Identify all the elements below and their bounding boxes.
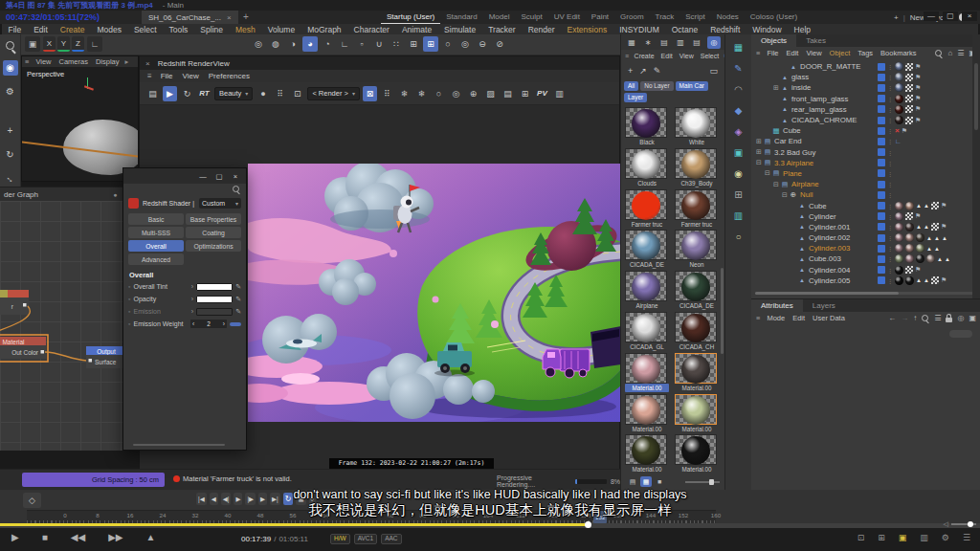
axis-z-button[interactable]: Z xyxy=(72,36,84,52)
menu-volume[interactable]: Volume xyxy=(261,25,301,34)
material-item[interactable]: Neon xyxy=(675,230,719,271)
slider-stub[interactable] xyxy=(230,322,241,326)
expand-toggle[interactable]: ⊞ xyxy=(772,84,780,92)
material-item[interactable]: Material.00 xyxy=(625,394,669,435)
slot-dropdown[interactable]: < Render >▾ xyxy=(307,87,360,100)
move-tool[interactable]: + xyxy=(3,123,18,139)
visibility-toggle[interactable] xyxy=(878,191,885,199)
checker-bg-icon[interactable]: ▨ xyxy=(483,86,498,101)
uvw-tag[interactable] xyxy=(905,95,913,102)
materials-menu-edit[interactable]: Edit xyxy=(657,53,676,59)
material-item[interactable]: Material.00 xyxy=(675,394,719,435)
texture-tag[interactable] xyxy=(905,233,914,242)
enable-dots[interactable]: ⋮ xyxy=(887,277,893,284)
maximize-icon[interactable]: ▢ xyxy=(212,171,226,182)
visibility-toggle[interactable] xyxy=(878,255,885,263)
color-node[interactable]: r xyxy=(0,290,29,315)
texture-tag[interactable] xyxy=(916,254,924,263)
layout-tab-groom[interactable]: Groom xyxy=(614,11,649,24)
selection-tag[interactable]: ▲ xyxy=(934,235,940,241)
minus-circle-icon[interactable]: ⊖ xyxy=(475,36,490,52)
snapshot-film-icon[interactable]: ▤ xyxy=(145,86,160,101)
axis-x-button[interactable]: X xyxy=(43,36,56,52)
lock-icon[interactable]: ⊠ xyxy=(363,86,377,101)
u-dots-icon[interactable]: ∷ xyxy=(389,36,404,52)
pen-icon[interactable]: ✎ xyxy=(235,296,241,303)
lock-icon[interactable] xyxy=(946,318,952,322)
material-scrollbar[interactable] xyxy=(721,268,724,354)
texture-tag[interactable] xyxy=(895,83,903,92)
enable-dots[interactable]: ⋮ xyxy=(887,170,893,177)
texture-tag[interactable] xyxy=(895,73,903,81)
object-menu-file[interactable]: File xyxy=(763,49,782,57)
selection-tag[interactable]: ▲ xyxy=(945,256,950,262)
expand-toggle[interactable]: ⊟ xyxy=(755,159,763,166)
selection-tag[interactable]: ▲ xyxy=(924,277,929,283)
menu-create[interactable]: Create xyxy=(54,25,91,34)
viewport[interactable]: ≡ ViewCamerasDisplay▸ Perspective xyxy=(21,55,139,182)
texture-tag[interactable] xyxy=(895,202,903,210)
object-row-cylinder-001[interactable]: ▲Cylinder.001⋮▲▲⚑ xyxy=(751,222,980,232)
pen-icon[interactable]: ✎ xyxy=(235,308,241,316)
object-row-airplane[interactable]: ⊟▤Airplane⋮ xyxy=(751,179,980,189)
flag-tag[interactable]: ⚑ xyxy=(902,127,907,135)
menu-simulate[interactable]: Simulate xyxy=(438,25,482,34)
speaker-icon[interactable]: ◁ xyxy=(944,520,948,528)
capture-icon[interactable]: ⊡ xyxy=(858,533,865,542)
texture-tag[interactable] xyxy=(895,223,903,231)
loop-button[interactable]: ↻ xyxy=(283,493,294,505)
flag-tag[interactable]: ⚑ xyxy=(915,63,921,71)
viewport-menu-view[interactable]: View xyxy=(32,57,55,66)
player-titlebar[interactable]: 第4日 图 87 集 先前可预观看图册 3 例.mp4 - Main xyxy=(0,0,980,11)
visibility-toggle[interactable] xyxy=(878,159,885,166)
texture-tag[interactable] xyxy=(905,202,914,210)
uvw-tag[interactable] xyxy=(931,202,939,209)
renderview-menu-file[interactable]: File xyxy=(156,72,178,80)
enable-dots[interactable]: ⋮ xyxy=(887,203,893,209)
object-manager-vscrollbar[interactable] xyxy=(972,34,980,298)
shader-tab-base-properties[interactable]: Base Properties xyxy=(186,213,241,225)
enable-dots[interactable]: ⋮ xyxy=(887,224,893,231)
color-field[interactable] xyxy=(196,283,233,291)
stepper-dec[interactable]: ‹ xyxy=(192,320,194,327)
tool-settings-icon[interactable]: ⚙ xyxy=(3,84,18,99)
new-tab-button[interactable]: + xyxy=(243,11,249,24)
uvw-tag[interactable] xyxy=(905,266,913,274)
texture-tag[interactable] xyxy=(895,244,903,253)
region-icon[interactable]: ⊕ xyxy=(466,86,480,101)
selection-tag[interactable]: ▲ xyxy=(916,224,922,230)
video-progress-bar[interactable]: ◁ xyxy=(0,523,980,528)
menu-redshift[interactable]: Redshift xyxy=(704,25,746,34)
layout-tab-sculpt[interactable]: Sculpt xyxy=(516,11,548,24)
object-row-3-3-airplane[interactable]: ⊟▤3.3 Airplane⋮ xyxy=(751,158,980,168)
menu-modes[interactable]: Modes xyxy=(91,25,128,34)
visibility-toggle[interactable] xyxy=(878,138,885,145)
object-row-cylinder-002[interactable]: ▲Cylinder.002⋮▲▲▲ xyxy=(751,232,980,243)
material-item[interactable]: CICADA_CH xyxy=(675,312,719,353)
expand-toggle[interactable]: ⊟ xyxy=(781,191,789,199)
anim-dot-icon[interactable]: ◦ xyxy=(128,320,130,327)
texture-tag[interactable] xyxy=(895,233,903,242)
enable-dots[interactable]: ⋮ xyxy=(887,96,893,102)
anim-dot-icon[interactable]: ◦ xyxy=(128,296,130,302)
maximize-icon[interactable]: ▢ xyxy=(943,11,958,21)
visibility-toggle[interactable] xyxy=(878,84,885,92)
new-material-button[interactable]: + xyxy=(628,66,633,76)
uvw-tag[interactable] xyxy=(905,74,913,81)
texture-tag[interactable] xyxy=(905,276,914,285)
filter-icon[interactable]: ● xyxy=(113,191,117,198)
enable-dots[interactable]: ⋮ xyxy=(887,149,893,156)
object-row-door-r-matte[interactable]: ▲DOOR_R_MATTE⋮⚑ xyxy=(751,61,980,72)
playlist-icon[interactable]: ☰ xyxy=(963,533,970,542)
preset-dropdown[interactable]: Custom ▾ xyxy=(199,198,241,209)
film1-icon[interactable]: ▤ xyxy=(657,36,671,49)
coord-system-icon[interactable]: ∟ xyxy=(87,36,102,52)
document-tab[interactable]: SH_06_CarChase_... × xyxy=(142,11,238,24)
start-ipr-button[interactable]: ▶ xyxy=(163,86,177,101)
selection-tag[interactable]: ▲ xyxy=(924,203,929,209)
enable-dots[interactable]: ⋮ xyxy=(887,234,893,241)
layout-tab-script[interactable]: Script xyxy=(679,11,710,24)
material-item[interactable]: Material.00 xyxy=(625,434,669,475)
filter-icon[interactable]: ☰ xyxy=(957,49,964,57)
flag-tag[interactable]: ⚑ xyxy=(915,95,921,102)
